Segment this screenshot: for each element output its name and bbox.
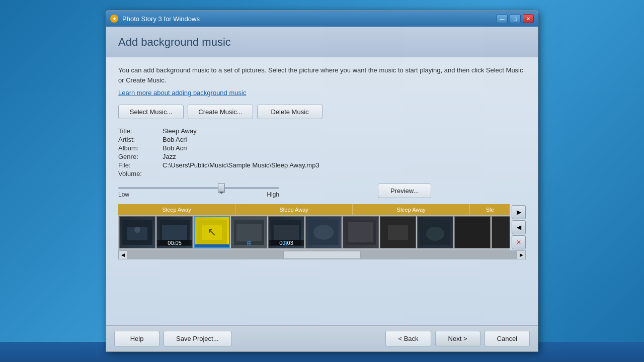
svg-rect-10 <box>274 225 299 240</box>
cursor-icon: ↖ <box>207 226 216 239</box>
thumbnail-6[interactable] <box>305 216 342 248</box>
restore-button[interactable]: □ <box>510 14 521 23</box>
timeline-content: Sleep Away Sleep Away Sleep Away Sle <box>118 204 510 250</box>
music-info: Title: Sleep Away Artist: Bob Acri Album… <box>118 127 526 177</box>
file-value: C:\Users\Public\Music\Sample Music\Sleep… <box>163 161 526 169</box>
thumbnail-3[interactable]: ↖ <box>194 216 230 248</box>
volume-labels: Low High <box>118 191 279 198</box>
scroll-right-arrow[interactable]: ▶ <box>517 250 526 259</box>
svg-point-18 <box>426 227 444 241</box>
learn-more-link[interactable]: Learn more about adding background music <box>118 89 526 97</box>
volume-slider-thumb[interactable] <box>218 183 225 193</box>
nav-left-button[interactable]: ◀ <box>512 220 526 234</box>
title-label: Title: <box>118 127 158 135</box>
album-value: Bob Acri <box>163 144 526 152</box>
thumbnails-row: 00:05 ♫ ↖ ⊞ <box>118 215 510 250</box>
music-bar-1: Sleep Away <box>118 204 235 215</box>
thumbnail-2[interactable]: 00:05 ♫ <box>156 216 193 248</box>
nav-delete-button[interactable]: ✕ <box>512 235 526 249</box>
volume-slider-container: Low High <box>118 187 279 198</box>
volume-slider-track[interactable] <box>118 187 279 189</box>
svg-point-12 <box>313 225 334 240</box>
thumbnail-10[interactable] <box>454 216 491 248</box>
thumbnail-7[interactable] <box>343 216 379 248</box>
genre-label: Genre: <box>118 153 158 160</box>
artist-label: Artist: <box>118 136 158 143</box>
title-bar-left: ★ Photo Story 3 for Windows <box>110 15 200 23</box>
thumbnail-8[interactable] <box>380 216 416 248</box>
page-title: Add background music <box>118 36 526 49</box>
genre-value: Jazz <box>163 153 526 160</box>
title-controls: — □ ✕ <box>497 14 534 23</box>
next-button[interactable]: Next > <box>435 331 480 346</box>
main-window: ★ Photo Story 3 for Windows — □ ✕ Add ba… <box>106 10 538 352</box>
volume-label: Volume: <box>118 170 158 177</box>
window-body: Add background music You can add backgro… <box>106 27 538 351</box>
album-label: Album: <box>118 144 158 152</box>
svg-rect-4 <box>162 225 187 240</box>
nav-right-button[interactable]: ▶ <box>512 205 526 219</box>
timeline-section: Sleep Away Sleep Away Sleep Away Sle <box>118 204 526 263</box>
create-music-button[interactable]: Create Music... <box>188 105 253 119</box>
svg-rect-14 <box>348 222 373 242</box>
music-bar-2: Sleep Away <box>235 204 353 215</box>
minimize-button[interactable]: — <box>497 14 508 23</box>
footer-left: Help Save Project... <box>114 331 231 346</box>
title-value: Sleep Away <box>163 127 526 135</box>
preview-btn-container: Preview... <box>378 184 431 198</box>
svg-rect-16 <box>388 225 408 240</box>
header-section: Add background music <box>106 27 538 57</box>
scroll-left-arrow[interactable]: ◀ <box>118 250 127 259</box>
back-button[interactable]: < Back <box>385 331 431 346</box>
close-button[interactable]: ✕ <box>523 14 534 23</box>
scroll-track[interactable] <box>127 250 517 259</box>
music-bars: Sleep Away Sleep Away Sleep Away Sle <box>118 204 510 215</box>
svg-point-2 <box>134 227 140 233</box>
nav-buttons: ▶ ◀ ✕ <box>512 205 526 249</box>
help-button[interactable]: Help <box>114 331 159 346</box>
delete-music-button[interactable]: Delete Music <box>257 105 323 119</box>
svg-rect-20 <box>495 220 510 245</box>
save-project-button[interactable]: Save Project... <box>164 331 231 346</box>
artist-value: Bob Acri <box>163 136 526 143</box>
music-bar-3: Sleep Away <box>353 204 470 215</box>
description-text: You can add background music to a set of… <box>118 65 526 85</box>
thumbnail-11[interactable] <box>492 216 510 248</box>
title-bar: ★ Photo Story 3 for Windows — □ ✕ <box>106 11 538 27</box>
action-buttons: Select Music... Create Music... Delete M… <box>118 105 526 119</box>
volume-high-label: High <box>267 191 279 198</box>
select-music-button[interactable]: Select Music... <box>118 105 184 119</box>
svg-rect-8 <box>236 224 262 241</box>
thumbnail-1[interactable] <box>119 216 155 248</box>
cancel-button[interactable]: Cancel <box>485 331 530 346</box>
app-icon: ★ <box>110 15 118 23</box>
thumbnail-5[interactable]: 00:03 ⊞ <box>268 216 304 248</box>
scroll-thumb[interactable] <box>283 251 361 259</box>
window-title: Photo Story 3 for Windows <box>122 15 200 23</box>
footer-right: < Back Next > Cancel <box>385 331 530 346</box>
scrollbar-row: ◀ ▶ <box>118 250 526 259</box>
volume-preview-row: Low High Preview... <box>118 184 526 198</box>
thumbnail-9[interactable] <box>417 216 453 248</box>
thumbnail-4[interactable]: ⊞ <box>231 216 267 248</box>
volume-low-label: Low <box>118 191 129 198</box>
footer: Help Save Project... < Back Next > Cance… <box>106 325 538 351</box>
preview-button[interactable]: Preview... <box>378 184 431 198</box>
content-section: You can add background music to a set of… <box>106 57 538 325</box>
thumbnails-wrapper: Sleep Away Sleep Away Sleep Away Sle <box>118 204 526 250</box>
file-label: File: <box>118 161 158 169</box>
music-bar-4: Sle <box>470 204 510 215</box>
svg-rect-19 <box>457 220 488 245</box>
